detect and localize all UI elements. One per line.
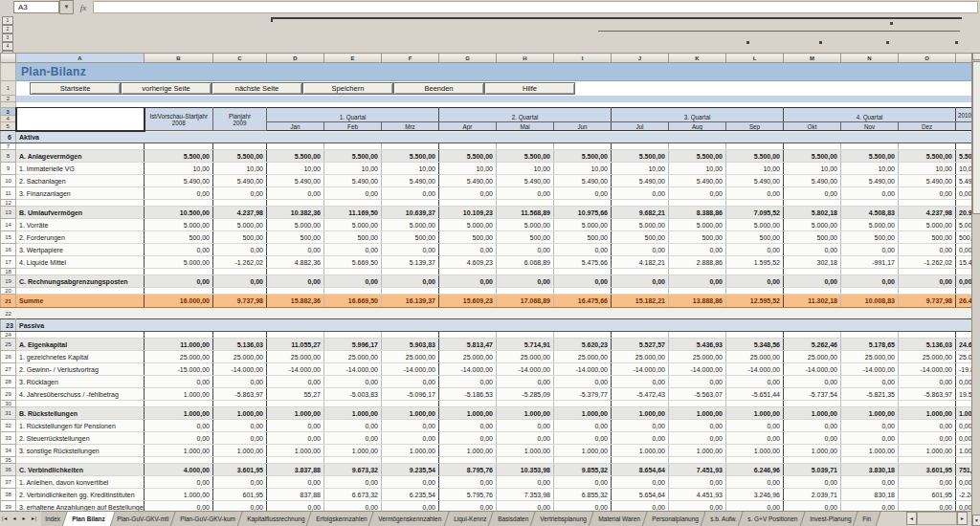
cell[interactable]: -5.285,09 bbox=[497, 388, 554, 401]
row-label[interactable]: 3. sonstige Rückstellungen bbox=[16, 445, 145, 457]
cell[interactable]: 500,00 bbox=[213, 231, 267, 244]
cell[interactable] bbox=[841, 288, 899, 295]
cell[interactable]: 0,00 bbox=[439, 244, 497, 256]
cell[interactable]: -14.000,00 bbox=[497, 363, 554, 376]
cell[interactable]: 25.000,00 bbox=[145, 351, 213, 363]
row-number[interactable]: 38 bbox=[1, 489, 16, 501]
sheet-tab-kapitalflussrechnung[interactable]: Kapitalflussrechnung bbox=[236, 512, 315, 526]
row-label[interactable]: 3. erhaltene Anzahlungen auf Bestellunge… bbox=[16, 501, 145, 512]
cell[interactable]: 0,00 bbox=[497, 275, 554, 288]
cell[interactable] bbox=[554, 457, 612, 464]
cell[interactable] bbox=[899, 143, 956, 150]
cell[interactable]: 10,00 bbox=[439, 163, 497, 175]
cell[interactable]: 0,00 bbox=[267, 476, 324, 489]
cell[interactable]: 0,00 bbox=[554, 476, 612, 489]
row-number[interactable]: 11 bbox=[1, 187, 16, 200]
cell[interactable]: 751,95 bbox=[956, 464, 972, 476]
cell[interactable]: 13.888,86 bbox=[669, 295, 726, 308]
cell[interactable] bbox=[382, 332, 439, 339]
outline-level-1[interactable]: 1 bbox=[2, 16, 13, 25]
cell[interactable] bbox=[726, 288, 784, 295]
row-number[interactable]: 32 bbox=[1, 420, 16, 432]
sheet-tab-material-waren[interactable]: Material Waren bbox=[588, 512, 650, 526]
cell[interactable]: 0,00 bbox=[784, 476, 841, 489]
cell[interactable]: 0,00 bbox=[497, 432, 554, 445]
cell[interactable]: 10,00 bbox=[956, 163, 972, 175]
cell[interactable] bbox=[497, 332, 554, 339]
cell[interactable]: 0,00 bbox=[497, 376, 554, 388]
cell[interactable] bbox=[784, 143, 841, 150]
cell[interactable]: 0,00 bbox=[213, 275, 267, 288]
cell[interactable]: 0,00 bbox=[267, 432, 324, 445]
month-header-apr[interactable]: Apr bbox=[439, 122, 497, 131]
row-label[interactable]: 1. Rückstellungen für Pensionen bbox=[16, 420, 145, 432]
cell[interactable]: 5.669,50 bbox=[324, 256, 382, 269]
cell[interactable]: 1.000,00 bbox=[841, 407, 899, 420]
row-label[interactable]: A. Eigenkapital bbox=[16, 339, 145, 351]
cell[interactable]: 0,00 bbox=[899, 476, 956, 489]
cell[interactable]: 55,27 bbox=[267, 388, 324, 401]
cell[interactable]: -14.000,00 bbox=[784, 363, 841, 376]
cell[interactable]: 5.500,00 bbox=[324, 150, 382, 163]
cell[interactable]: 0,00 bbox=[612, 501, 669, 512]
cell[interactable]: 3.837,88 bbox=[267, 464, 324, 476]
cell[interactable] bbox=[267, 332, 324, 339]
cell[interactable]: 0,00 bbox=[554, 420, 612, 432]
cell[interactable]: 6.855,32 bbox=[554, 489, 612, 501]
cell[interactable]: 5.500,00 bbox=[554, 150, 612, 163]
cell[interactable]: 3.246,96 bbox=[726, 489, 784, 501]
cell[interactable] bbox=[324, 457, 382, 464]
cell[interactable]: -5.821,35 bbox=[841, 388, 899, 401]
cell[interactable]: 0,00 bbox=[145, 501, 213, 512]
cell[interactable] bbox=[145, 332, 213, 339]
row-number[interactable] bbox=[1, 63, 16, 81]
cell[interactable]: 1.000,00 bbox=[439, 407, 497, 420]
cell[interactable]: 0,00 bbox=[554, 376, 612, 388]
month-header-okt[interactable]: Okt bbox=[784, 122, 841, 131]
row-label[interactable] bbox=[16, 401, 145, 407]
row-label[interactable]: 2. Steuerrückstellungen bbox=[16, 432, 145, 445]
cell[interactable] bbox=[145, 288, 213, 295]
cell[interactable] bbox=[726, 143, 784, 150]
cell[interactable]: 0,00 bbox=[497, 476, 554, 489]
cell[interactable]: 5.000,00 bbox=[554, 219, 612, 231]
cell[interactable]: 25.000,00 bbox=[324, 351, 382, 363]
next-year-header[interactable]: 2010 bbox=[956, 108, 972, 122]
cell[interactable]: 1.000,00 bbox=[213, 445, 267, 457]
row-number[interactable]: 22 bbox=[1, 308, 16, 319]
row-label[interactable] bbox=[16, 269, 145, 275]
cell[interactable]: 0,00 bbox=[841, 476, 899, 489]
cell[interactable] bbox=[956, 143, 972, 150]
cell[interactable]: 10,00 bbox=[899, 163, 956, 175]
row-number[interactable]: 24 bbox=[1, 332, 16, 339]
cell[interactable]: 10,00 bbox=[554, 163, 612, 175]
cell[interactable] bbox=[145, 401, 213, 407]
cell[interactable]: 0,00 bbox=[784, 376, 841, 388]
cell[interactable]: 0,00 bbox=[726, 187, 784, 200]
cell[interactable]: 1.000,00 bbox=[213, 407, 267, 420]
cell[interactable]: 5.000,00 bbox=[612, 219, 669, 231]
outline-collapse-dot[interactable] bbox=[890, 22, 893, 25]
column-header-D[interactable]: D bbox=[267, 54, 324, 63]
cell[interactable]: -5.563,07 bbox=[669, 388, 726, 401]
cell[interactable]: 0,00 bbox=[145, 420, 213, 432]
quarter-header-q1[interactable]: 1. Quartal bbox=[267, 108, 439, 122]
cell[interactable]: 0,00 bbox=[439, 376, 497, 388]
cell[interactable]: 10,00 bbox=[726, 163, 784, 175]
cell[interactable]: 0,00 bbox=[899, 187, 956, 200]
cell[interactable]: 0,00 bbox=[726, 275, 784, 288]
cell[interactable]: 0,00 bbox=[382, 187, 439, 200]
cell[interactable]: 5.490,00 bbox=[612, 175, 669, 187]
cell[interactable]: 5.436,93 bbox=[669, 339, 726, 351]
cell[interactable]: 0,00 bbox=[784, 187, 841, 200]
cell[interactable]: 0,00 bbox=[669, 420, 726, 432]
cell[interactable]: 0,00 bbox=[554, 501, 612, 512]
cell[interactable]: 25.000,00 bbox=[554, 351, 612, 363]
cell[interactable]: 0,00 bbox=[841, 275, 899, 288]
cell[interactable] bbox=[439, 401, 497, 407]
sheet-tab-plan-guv-gkv-kum[interactable]: Plan-GuV-GKV-kum bbox=[169, 512, 245, 526]
row-number[interactable]: 8 bbox=[1, 150, 16, 163]
cell[interactable]: 0,00 bbox=[324, 187, 382, 200]
cell[interactable] bbox=[784, 401, 841, 407]
cell[interactable]: 1.000,00 bbox=[145, 407, 213, 420]
